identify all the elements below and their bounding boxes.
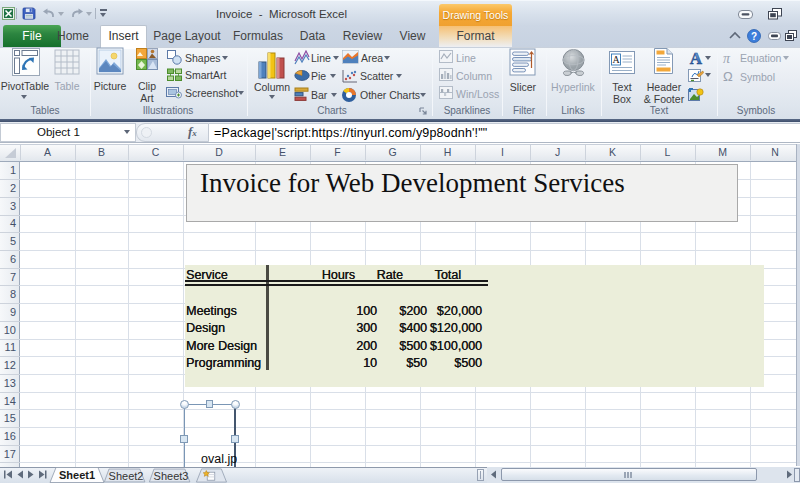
svg-text:?: ? <box>751 31 757 42</box>
svg-text:A: A <box>690 51 703 65</box>
svg-text:A: A <box>612 54 620 65</box>
